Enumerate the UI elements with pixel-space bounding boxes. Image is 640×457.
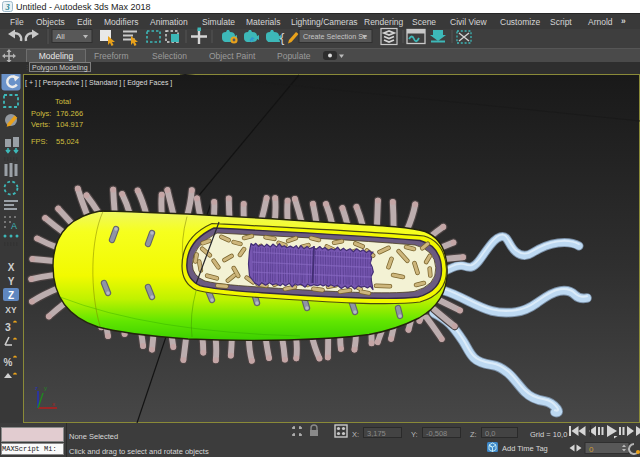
- svg-text:3: 3: [5, 321, 11, 333]
- svg-text:0: 0: [589, 445, 594, 454]
- svg-text:%: %: [4, 357, 13, 368]
- svg-text:X: X: [8, 262, 15, 273]
- svg-text:A: A: [11, 221, 17, 231]
- svg-text:z: z: [35, 385, 38, 391]
- svg-text:y: y: [44, 385, 47, 391]
- svg-text:XY: XY: [5, 305, 17, 315]
- svg-text:3: 3: [4, 2, 10, 12]
- svg-text:All: All: [56, 32, 65, 41]
- svg-text:Create Selection Se: Create Selection Se: [303, 32, 367, 41]
- svg-text:{: {: [280, 30, 285, 45]
- svg-text:Y: Y: [8, 276, 15, 287]
- svg-text:Z: Z: [8, 290, 14, 301]
- svg-text:x: x: [52, 401, 55, 407]
